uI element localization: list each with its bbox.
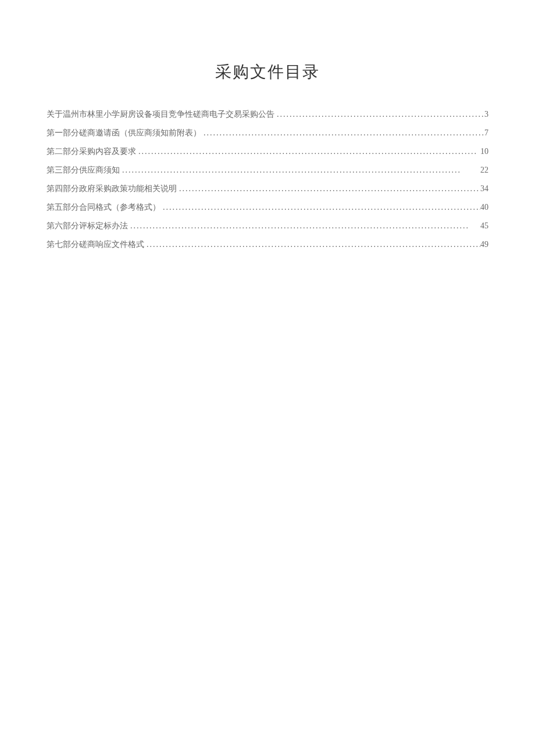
toc-item: 第四部分政府采购政策功能相关说明 .......................… <box>47 181 488 197</box>
toc-dots: ........................................… <box>201 125 484 141</box>
toc-item-page: 22 <box>480 162 488 178</box>
toc-item-page: 40 <box>480 199 488 216</box>
toc-item-label: 关于温州市林里小学厨房设备项目竞争性磋商电子交易采购公告 <box>47 106 274 123</box>
toc-item: 关于温州市林里小学厨房设备项目竞争性磋商电子交易采购公告 ...........… <box>47 106 488 123</box>
toc-dots: ........................................… <box>274 106 484 123</box>
toc-item-page: 7 <box>484 125 488 141</box>
toc-item-label: 第一部分磋商邀请函（供应商须知前附表） <box>47 125 201 141</box>
toc-item-page: 45 <box>480 218 488 234</box>
toc-item: 第二部分采购内容及要求 ............................… <box>47 144 488 160</box>
toc-dots: ........................................… <box>144 237 480 253</box>
toc-item: 第一部分磋商邀请函（供应商须知前附表） ....................… <box>47 125 488 141</box>
toc-list: 关于温州市林里小学厨房设备项目竞争性磋商电子交易采购公告 ...........… <box>47 106 488 253</box>
toc-item-label: 第四部分政府采购政策功能相关说明 <box>47 181 177 197</box>
toc-item-label: 第三部分供应商须知 <box>47 162 120 178</box>
toc-item-label: 第五部分合同格式（参考格式） <box>47 199 160 216</box>
toc-item-page: 49 <box>480 237 488 253</box>
toc-item: 第三部分供应商须知 ..............................… <box>47 162 488 178</box>
toc-item-label: 第六部分评标定标办法 <box>47 218 128 234</box>
toc-item-page: 3 <box>484 106 488 123</box>
toc-item-label: 第七部分磋商响应文件格式 <box>47 237 144 253</box>
toc-item-label: 第二部分采购内容及要求 <box>47 144 136 160</box>
toc-item-page: 34 <box>480 181 488 197</box>
toc-dots: ........................................… <box>177 181 480 197</box>
toc-item: 第六部分评标定标办法 .............................… <box>47 218 488 234</box>
page-title: 采购文件目录 <box>47 61 488 83</box>
toc-dots: ........................................… <box>120 162 480 178</box>
toc-dots: ........................................… <box>160 199 480 216</box>
toc-item: 第五部分合同格式（参考格式） .........................… <box>47 199 488 216</box>
toc-item: 第七部分磋商响应文件格式 ...........................… <box>47 237 488 253</box>
toc-dots: ........................................… <box>136 144 480 160</box>
toc-dots: ........................................… <box>128 218 480 234</box>
toc-item-page: 10 <box>480 144 488 160</box>
